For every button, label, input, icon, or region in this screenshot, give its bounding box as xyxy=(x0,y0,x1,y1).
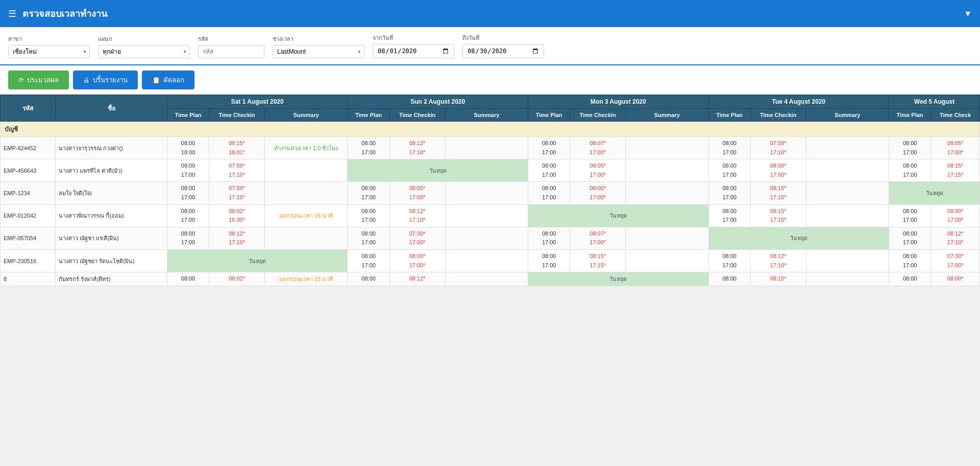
col-group-sun2: Sun 2 August 2020 xyxy=(348,95,528,109)
code-filter: รหัส xyxy=(198,34,264,58)
sub-col-summary-1: Summary xyxy=(265,109,348,122)
period-select[interactable]: LastMount xyxy=(273,45,364,58)
time-checkin-cell: 08:15*17:15* xyxy=(931,159,980,182)
time-checkin-cell: 07:30*17:00* xyxy=(389,227,445,249)
time-checkin-cell: 08:00*17:00* xyxy=(389,249,445,272)
time-plan-cell: 08:0017:00 xyxy=(348,137,389,159)
hamburger-icon[interactable]: ☰ xyxy=(8,8,16,19)
sub-col-timecheckin-5: Time Check xyxy=(931,109,980,122)
summary-cell xyxy=(806,204,889,227)
time-checkin-cell: 08:05*17:00* xyxy=(389,182,445,204)
sub-col-timecheckin-3: Time Checkin xyxy=(570,109,626,122)
sub-col-timeplan-3: Time Plan xyxy=(528,109,570,122)
filter-icon[interactable]: ▼ xyxy=(964,9,972,18)
summary-cell xyxy=(806,249,889,272)
holiday-cell: วันหยุด xyxy=(708,227,889,249)
print-icon: 🖨 xyxy=(83,76,90,84)
time-plan-cell: 08:00 xyxy=(708,272,750,286)
emp-id: EMP-1234 xyxy=(1,182,56,204)
time-checkin-cell: 08:02*16:30* xyxy=(209,204,265,227)
summary-cell xyxy=(265,182,348,204)
col-group-wed5: Wed 5 August xyxy=(889,95,980,109)
time-checkin-cell: 08:12*17:10* xyxy=(389,204,445,227)
time-checkin-cell: 08:15*17:15* xyxy=(750,204,806,227)
time-plan-cell: 08:0017:00 xyxy=(708,204,750,227)
summary-cell xyxy=(445,227,528,249)
page-title: ตรวจสอบเวลาทำงาน xyxy=(22,6,107,21)
time-checkin-cell: 08:15*17:15* xyxy=(570,249,626,272)
time-checkin-cell: 08:02* xyxy=(209,272,265,286)
time-plan-cell: 08:0017:00 xyxy=(528,182,570,204)
summarize-button[interactable]: ⟳ ประมวลผล xyxy=(8,71,69,89)
time-plan-cell: 08:0017:00 xyxy=(167,204,209,227)
copy-button[interactable]: 📋 คัดลอก xyxy=(142,71,194,89)
time-checkin-cell: 08:15*17:15* xyxy=(750,182,806,204)
col-header-name: ชื่อ xyxy=(56,95,167,122)
table-row: 8กัมทรกร์ รังษาส์(ดีทร)08:0008:02*ออกก่อ… xyxy=(1,272,980,286)
from-date-label: จากวันที่ xyxy=(373,33,454,42)
time-checkin-cell: 07:59*17:10* xyxy=(209,159,265,182)
copy-label: คัดลอก xyxy=(163,75,184,85)
summary-cell xyxy=(445,204,528,227)
summary-cell: ทำงานล่วงเวลา 1.0 ชั่วโมง xyxy=(265,137,348,159)
emp-id: EMP-456643 xyxy=(1,159,56,182)
from-date-input[interactable] xyxy=(373,44,454,58)
time-checkin-cell: 07:59*17:10* xyxy=(209,182,265,204)
summary-cell xyxy=(265,227,348,249)
col-group-mon3: Mon 3 August 2020 xyxy=(528,95,709,109)
emp-name: นางสาว ณัฐชา แขสี(มิน) xyxy=(56,227,167,249)
table-row: EMP-057054นางสาว ณัฐชา แขสี(มิน)08:0017:… xyxy=(1,227,980,249)
emp-id: EMP-230516 xyxy=(1,249,56,272)
time-plan-cell: 08:00 xyxy=(348,272,389,286)
sub-col-timecheckin-4: Time Checkin xyxy=(750,109,806,122)
time-checkin-cell: 08:12*17:10* xyxy=(750,249,806,272)
time-plan-cell: 08:0017:00 xyxy=(889,227,931,249)
time-checkin-cell: 07:59*17:10* xyxy=(750,137,806,159)
table-row: EMP-624452นางสาวจารุวรรณ กวงด่า()08:0018… xyxy=(1,137,980,159)
time-checkin-cell: 07:30*17:00* xyxy=(931,249,980,272)
time-checkin-cell: 08:15*18:01* xyxy=(209,137,265,159)
time-plan-cell: 08:0017:00 xyxy=(889,204,931,227)
summary-cell xyxy=(445,249,528,272)
holiday-cell: วันหยุด xyxy=(889,182,980,204)
table-row: EMP-1234สมใจ ใจดี(ใจ)08:0017:0007:59*17:… xyxy=(1,182,980,204)
time-plan-cell: 08:0017:00 xyxy=(528,249,570,272)
time-checkin-cell: 08:07*17:00* xyxy=(570,227,626,249)
holiday-cell: วันหยุด xyxy=(348,159,528,182)
period-label: ช่วงเวลา xyxy=(273,34,364,43)
to-date-label: ถึงวันที่ xyxy=(462,33,544,42)
branch-select[interactable]: เชียงใหม่ xyxy=(8,45,90,58)
summarize-label: ประมวลผล xyxy=(27,75,59,85)
col-group-sat1: Sat 1 August 2020 xyxy=(167,95,348,109)
col-header-code: รหัส xyxy=(1,95,56,122)
time-checkin-cell: 08:12*17:10* xyxy=(209,227,265,249)
summary-cell xyxy=(806,137,889,159)
from-date-filter: จากวันที่ xyxy=(373,33,454,58)
dept-label: แผนก xyxy=(98,34,190,43)
code-label: รหัส xyxy=(198,34,264,43)
summary-cell xyxy=(445,272,528,286)
summary-cell xyxy=(445,182,528,204)
time-checkin-cell: 08:05*17:00* xyxy=(570,159,626,182)
print-button[interactable]: 🖨 บริ้นรายงาน xyxy=(73,71,138,89)
time-plan-cell: 08:0017:00 xyxy=(708,182,750,204)
emp-id: EMP-012042 xyxy=(1,204,56,227)
time-plan-cell: 08:0017:00 xyxy=(528,137,570,159)
time-plan-cell: 08:0017:00 xyxy=(348,182,389,204)
time-checkin-cell: 08:00*17:00* xyxy=(750,159,806,182)
refresh-icon: ⟳ xyxy=(18,76,24,84)
action-bar: ⟳ ประมวลผล 🖨 บริ้นรายงาน 📋 คัดลอก xyxy=(0,65,980,95)
time-plan-cell: 08:0017:00 xyxy=(348,249,389,272)
sub-col-timecheckin-2: Time Checkin xyxy=(389,109,445,122)
emp-id: EMP-624452 xyxy=(1,137,56,159)
code-input[interactable] xyxy=(198,45,264,58)
sub-col-summary-2: Summary xyxy=(445,109,528,122)
time-checkin-cell: 08:15* xyxy=(750,272,806,286)
time-checkin-cell: 08:12*17:10* xyxy=(389,137,445,159)
to-date-input[interactable] xyxy=(462,44,544,58)
dept-select[interactable]: ทุกฝ่าย xyxy=(98,45,190,58)
time-checkin-cell: 08:07*17:00* xyxy=(570,137,626,159)
holiday-cell: วันหยุด xyxy=(167,249,348,272)
summary-cell: ออกก่อนเวลา 15 นาที xyxy=(265,204,348,227)
time-plan-cell: 08:0017:00 xyxy=(708,137,750,159)
